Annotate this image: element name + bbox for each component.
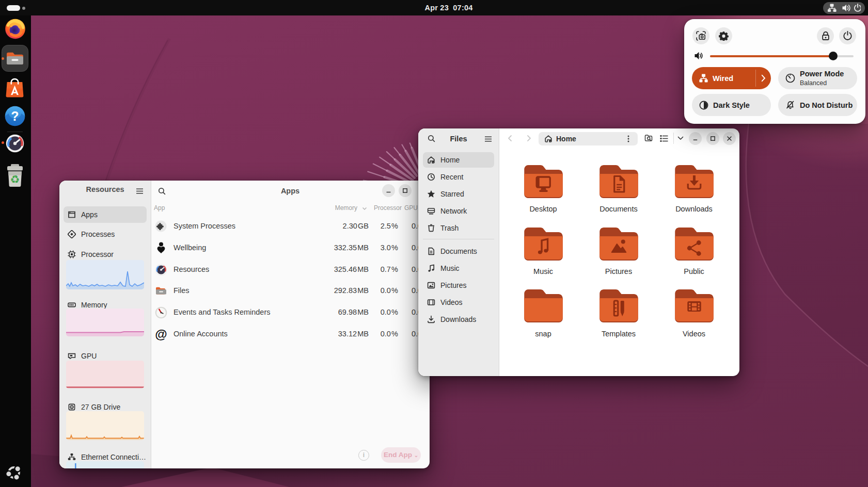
- svg-text:♻: ♻: [10, 173, 20, 185]
- svg-text:?: ?: [11, 109, 19, 123]
- svg-text:@: @: [155, 328, 167, 340]
